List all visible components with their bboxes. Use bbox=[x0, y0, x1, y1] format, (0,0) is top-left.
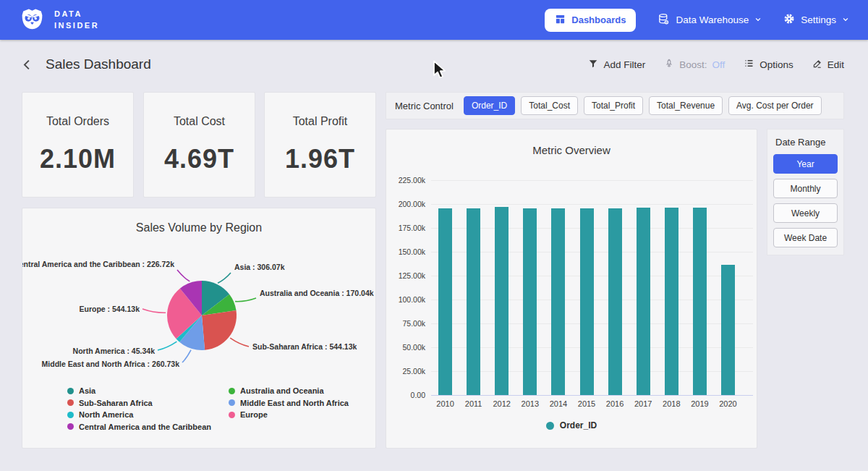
legend-dot-icon bbox=[67, 423, 74, 430]
pie-callout-line bbox=[142, 309, 166, 313]
legend-item-label: Central America and the Caribbean bbox=[79, 423, 211, 431]
metric-button-avg-cost-per-order[interactable]: Avg. Cost per Order bbox=[728, 96, 822, 115]
bar-2013[interactable] bbox=[523, 208, 537, 395]
nav-settings[interactable]: Settings bbox=[783, 13, 849, 27]
owl-logo-icon bbox=[19, 5, 46, 35]
bar-slot bbox=[459, 208, 488, 395]
bar-chart-card: Metric Overview Order_ID 225.00k200.00k1… bbox=[386, 129, 757, 449]
legend-item-north-america[interactable]: North America bbox=[67, 410, 211, 419]
legend-label: Order_ID bbox=[560, 420, 597, 430]
x-axis-label: 2019 bbox=[686, 399, 714, 408]
date-range-weekly-button[interactable]: Weekly bbox=[773, 203, 838, 223]
add-filter-button[interactable]: Add Filter bbox=[588, 59, 645, 71]
legend-dot-icon bbox=[546, 422, 554, 430]
bar-2012[interactable] bbox=[495, 207, 509, 395]
legend-item-australia-and-oceania[interactable]: Australia and Oceania bbox=[229, 386, 349, 395]
y-axis-tick: 175.00k bbox=[386, 224, 425, 232]
kpi-value: 2.10M bbox=[40, 144, 116, 174]
x-axis-label: 2018 bbox=[658, 399, 686, 408]
bar-chart-legend: Order_ID bbox=[386, 420, 757, 430]
metric-button-total-revenue[interactable]: Total_Revenue bbox=[649, 96, 723, 115]
back-button[interactable] bbox=[20, 58, 34, 72]
kpi-value: 4.69T bbox=[164, 144, 234, 174]
metric-button-total-cost[interactable]: Total_Cost bbox=[521, 96, 578, 115]
funnel-icon bbox=[588, 59, 598, 71]
pie-callout-line bbox=[177, 270, 190, 281]
pie-chart: Asia : 306.07kAustralia and Oceania : 17… bbox=[22, 234, 377, 382]
kpi-card-total-profit: Total Profit 1.96T bbox=[264, 92, 376, 198]
date-range-week-date-button[interactable]: Week Date bbox=[773, 228, 838, 247]
gear-icon bbox=[783, 13, 795, 27]
y-axis-tick: 225.00k bbox=[386, 176, 425, 184]
legend-item-middle-east-and-north-africa[interactable]: Middle East and North Africa bbox=[229, 399, 349, 407]
pie-label-europe: Europe : 544.13k bbox=[80, 305, 140, 313]
kpi-card-total-orders: Total Orders 2.10M bbox=[22, 92, 134, 198]
bar-2016[interactable] bbox=[608, 208, 622, 395]
y-axis-tick: 50.00k bbox=[386, 343, 425, 352]
pie-label-asia: Asia : 306.07k bbox=[234, 263, 285, 271]
bar-2011[interactable] bbox=[467, 208, 480, 395]
bar-2020[interactable] bbox=[721, 265, 735, 395]
page-header: Sales Dashboard Add Filter Boost:Off bbox=[0, 40, 868, 89]
legend-dot-icon bbox=[67, 412, 74, 418]
legend-item-label: Middle East and North Africa bbox=[240, 399, 349, 407]
pie-label-australia-and-oceania: Australia and Oceania : 170.04k bbox=[260, 289, 374, 297]
bar-2019[interactable] bbox=[693, 208, 707, 395]
legend-item-sub-saharan-africa[interactable]: Sub-Saharan Africa bbox=[67, 399, 211, 407]
pie-slice-sub-saharan-africa[interactable] bbox=[202, 310, 237, 350]
x-axis-labels: 2010201120122013201420152016201720182019… bbox=[431, 399, 742, 408]
edit-button[interactable]: Edit bbox=[812, 59, 844, 71]
date-range-year-button[interactable]: Year bbox=[773, 154, 838, 174]
bar-2015[interactable] bbox=[580, 208, 594, 395]
bar-slot bbox=[658, 208, 686, 395]
x-axis-label: 2012 bbox=[488, 399, 516, 408]
metric-button-total-profit[interactable]: Total_Profit bbox=[584, 96, 643, 115]
bar-slot bbox=[516, 208, 544, 395]
rocket-icon bbox=[664, 58, 674, 71]
bar-2010[interactable] bbox=[438, 208, 452, 395]
chevron-down-icon bbox=[754, 14, 762, 25]
legend-item-label: Australia and Oceania bbox=[240, 386, 324, 395]
bar-slot bbox=[488, 207, 516, 395]
pie-callout-line bbox=[235, 298, 256, 302]
legend-item-label: Sub-Saharan Africa bbox=[79, 399, 153, 407]
x-axis-label: 2017 bbox=[629, 399, 658, 408]
y-axis-tick: 150.00k bbox=[386, 247, 425, 256]
x-axis-label: 2015 bbox=[572, 399, 600, 408]
nav-data-warehouse[interactable]: Data Warehouse bbox=[658, 13, 762, 27]
pie-chart-card: Sales Volume by Region Asia : 306.07kAus… bbox=[22, 208, 376, 449]
nav-dashboards-button[interactable]: Dashboards bbox=[545, 9, 636, 32]
page-title: Sales Dashboard bbox=[46, 56, 151, 72]
x-axis-label: 2014 bbox=[544, 399, 572, 408]
x-axis-label: 2013 bbox=[516, 399, 544, 408]
pie-callout-line bbox=[218, 273, 231, 283]
options-button[interactable]: Options bbox=[744, 58, 793, 71]
legend-item-label: Europe bbox=[240, 410, 268, 419]
legend-dot-icon bbox=[67, 388, 74, 394]
bar-2014[interactable] bbox=[551, 208, 565, 395]
bar-plot-area bbox=[431, 180, 742, 395]
brand-text: DATA INSIDER bbox=[54, 9, 99, 32]
bar-2018[interactable] bbox=[665, 208, 678, 395]
bar-slot bbox=[714, 265, 742, 395]
y-axis-tick: 125.00k bbox=[386, 271, 425, 280]
legend-item-europe[interactable]: Europe bbox=[229, 410, 349, 419]
metric-button-order-id[interactable]: Order_ID bbox=[464, 96, 515, 115]
list-icon bbox=[744, 58, 754, 71]
legend-dot-icon bbox=[229, 388, 235, 394]
kpi-value: 1.96T bbox=[285, 144, 355, 174]
dashboard-grid-icon bbox=[555, 14, 566, 27]
bar-2017[interactable] bbox=[637, 208, 650, 395]
legend-item-central-america-and-the-caribbean[interactable]: Central America and the Caribbean bbox=[67, 423, 211, 431]
y-axis-tick: 100.00k bbox=[386, 295, 425, 304]
legend-item-asia[interactable]: Asia bbox=[67, 386, 211, 395]
x-axis-label: 2020 bbox=[714, 399, 742, 408]
boost-toggle[interactable]: Boost:Off bbox=[664, 58, 725, 71]
pencil-icon bbox=[812, 59, 822, 71]
date-range-label: Date Range bbox=[775, 137, 838, 148]
date-range-monthly-button[interactable]: Monthly bbox=[773, 179, 838, 198]
pie-label-middle-east-and-north-africa: Middle East and North Africa : 260.73k bbox=[42, 360, 180, 368]
x-axis-label: 2011 bbox=[459, 399, 488, 408]
bar-slot bbox=[601, 208, 629, 395]
bar-slot bbox=[431, 208, 459, 395]
